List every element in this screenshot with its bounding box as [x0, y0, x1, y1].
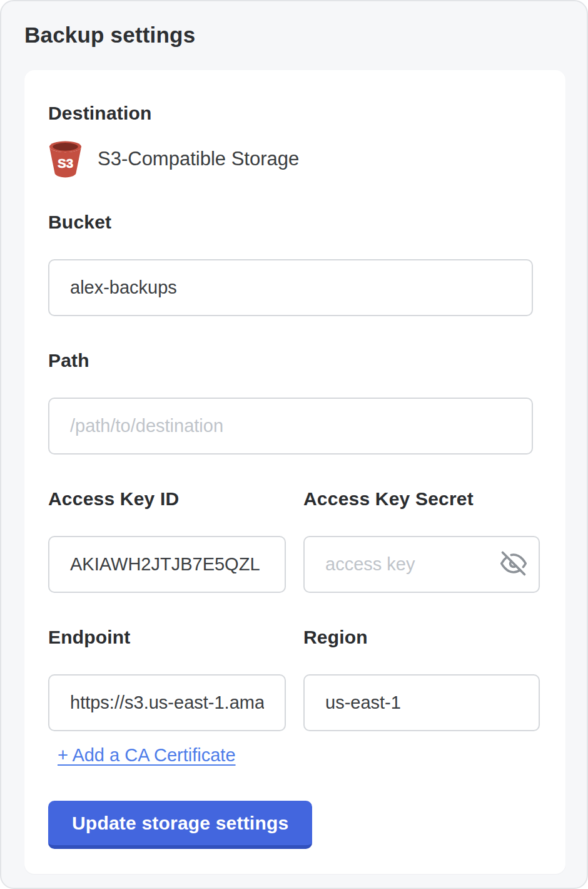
page-title: Backup settings	[24, 23, 564, 48]
backup-settings-card: Destination S3 S3-Compatible Storage Buc…	[24, 70, 565, 874]
backup-settings-screen: Backup settings Destination S3 S3-Compat…	[0, 0, 588, 889]
access-key-inputs-row	[48, 536, 534, 593]
region-label: Region	[303, 627, 540, 648]
endpoint-input[interactable]	[48, 674, 286, 731]
update-storage-settings-button[interactable]: Update storage settings	[48, 801, 312, 849]
endpoint-region-labels-row: Endpoint Region	[48, 627, 534, 648]
s3-bucket-icon: S3	[48, 140, 83, 178]
endpoint-region-inputs-row	[48, 674, 534, 731]
destination-value: S3-Compatible Storage	[98, 148, 299, 170]
toggle-secret-visibility-button[interactable]	[500, 551, 527, 578]
access-key-secret-label: Access Key Secret	[303, 488, 540, 510]
destination-label: Destination	[48, 103, 534, 124]
path-input[interactable]	[48, 398, 533, 455]
access-key-id-label: Access Key ID	[48, 488, 286, 510]
svg-text:S3: S3	[58, 156, 73, 170]
add-ca-certificate-link[interactable]: + Add a CA Certificate	[58, 745, 236, 766]
bucket-label: Bucket	[48, 212, 534, 233]
path-label: Path	[48, 350, 534, 371]
access-key-id-input[interactable]	[48, 536, 286, 593]
region-input[interactable]	[303, 674, 540, 731]
endpoint-label: Endpoint	[48, 627, 286, 648]
bucket-input[interactable]	[48, 259, 533, 316]
destination-row: S3 S3-Compatible Storage	[48, 140, 534, 178]
access-key-secret-wrap	[303, 536, 540, 593]
access-key-labels-row: Access Key ID Access Key Secret	[48, 488, 534, 510]
eye-off-icon	[500, 550, 527, 578]
